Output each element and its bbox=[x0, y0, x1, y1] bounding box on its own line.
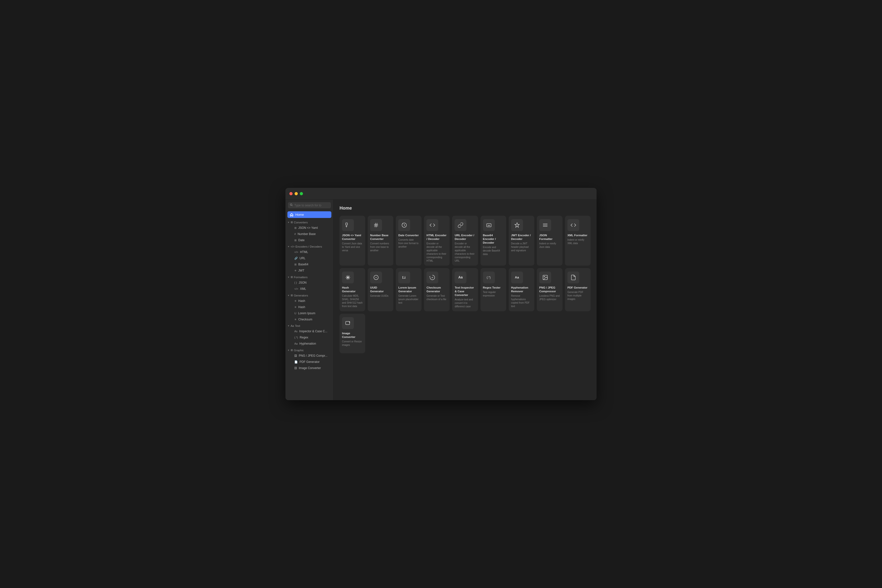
html-icon: </> bbox=[294, 250, 298, 254]
sidebar-item-json-yaml-label: JSON <> Yaml bbox=[298, 226, 318, 230]
sidebar-item-hash2-label: Hash bbox=[298, 305, 305, 309]
sidebar-item-regex[interactable]: (.*) Regex bbox=[287, 334, 332, 340]
tool-card-10[interactable]: UUID GeneratorGenerate UUIDs bbox=[368, 268, 393, 311]
minimize-button[interactable] bbox=[295, 192, 298, 195]
url-icon: 🔗 bbox=[294, 257, 298, 260]
chevron-down-icon-6: ▼ bbox=[287, 349, 290, 351]
sidebar-item-json-formatter[interactable]: { } JSON bbox=[287, 280, 332, 286]
jwt-icon: ✳ bbox=[294, 269, 297, 272]
tool-card-11[interactable]: LiLorem Ipsum GeneratorGenerate Lorem ip… bbox=[396, 268, 422, 311]
sidebar-item-image-converter-label: Image Converter bbox=[299, 366, 321, 370]
tool-card-4[interactable]: URL Encoder / DecoderEncoder or decode a… bbox=[452, 216, 478, 266]
tool-card-13[interactable]: AaText Inspector & Case ConverterAnalyze… bbox=[452, 268, 478, 311]
tool-icon-4 bbox=[454, 219, 466, 231]
maximize-button[interactable] bbox=[300, 192, 303, 195]
sidebar-item-home[interactable]: Home bbox=[287, 211, 332, 218]
tool-card-5[interactable]: 64Base64 Encoder / DecoderEncode and dec… bbox=[480, 216, 506, 266]
sidebar-item-hyphenation[interactable]: Aa Hyphenation bbox=[287, 340, 332, 346]
sidebar-item-json-yaml[interactable]: ⊞ JSON <> Yaml bbox=[287, 225, 332, 231]
close-button[interactable] bbox=[290, 192, 292, 195]
sidebar-item-json-formatter-label: JSON bbox=[298, 281, 306, 284]
sidebar-item-hash-1[interactable]: ✳ Hash bbox=[287, 298, 332, 304]
tool-icon-14: (.*) bbox=[483, 272, 495, 284]
tool-card-18[interactable]: Image ConverterConvert or Resize images bbox=[339, 314, 365, 353]
tool-desc-5: Encode and decode Base64 data bbox=[483, 246, 504, 256]
sidebar-item-image-converter[interactable]: 🖼 Image Converter bbox=[287, 365, 332, 371]
sidebar-item-pdf-generator[interactable]: 📄 PDF Generator bbox=[287, 359, 332, 365]
sidebar-item-url[interactable]: 🔗 URL bbox=[287, 255, 332, 261]
sidebar-group-converters: ▼ ⊞ Converters ⊞ JSON <> Yaml # Number B… bbox=[285, 219, 333, 243]
sidebar-item-jwt[interactable]: ✳ JWT bbox=[287, 268, 332, 273]
tool-card-15[interactable]: AaHyphenation RemoverRemove hyphenations… bbox=[508, 268, 534, 311]
tool-icon-17 bbox=[567, 272, 579, 284]
sidebar-item-html[interactable]: </> HTML bbox=[287, 249, 332, 255]
tool-icon-6 bbox=[511, 219, 523, 231]
sidebar-item-pdf-generator-label: PDF Generator bbox=[300, 360, 320, 364]
tool-desc-3: Encoder or decode all the applicable cha… bbox=[426, 242, 447, 262]
tool-icon-15: Aa bbox=[511, 272, 523, 284]
tool-desc-14: Test reguler expression bbox=[483, 291, 504, 297]
formatters-group-header[interactable]: ▼ ⊞ Formatters bbox=[285, 274, 333, 279]
tool-card-6[interactable]: JWT Encoder / DecoderDecode a JWT header… bbox=[508, 216, 534, 266]
tool-card-0[interactable]: JSON <> Yaml ConverterConvert Json data … bbox=[339, 216, 365, 266]
tool-card-7[interactable]: JSON FormatterIndent or minify Json data bbox=[537, 216, 562, 266]
tool-card-9[interactable]: Hash GeneratorCalculate MD5, SHA1, SHA25… bbox=[339, 268, 365, 311]
sidebar-item-checksum[interactable]: ✳ Checksum bbox=[287, 316, 332, 322]
tool-desc-17: Generate PDF from multiple images bbox=[567, 291, 588, 301]
sidebar-item-png-jpeg[interactable]: 🖼 PNG / JPEG Compr... bbox=[287, 353, 332, 358]
sidebar-item-xml-formatter-label: XML bbox=[300, 287, 306, 291]
tool-name-13: Text Inspector & Case Converter bbox=[454, 286, 476, 297]
tool-name-9: Hash Generator bbox=[342, 286, 363, 293]
sidebar-item-lorem-ipsum[interactable]: U Lorem Ipsum bbox=[287, 310, 332, 316]
generators-group-header[interactable]: ▼ ⊞ Generators bbox=[285, 292, 333, 298]
sidebar-item-html-label: HTML bbox=[300, 250, 308, 254]
graphic-group-header[interactable]: ▼ ⊞ Graphic bbox=[285, 347, 333, 352]
tool-desc-18: Convert or Resize images bbox=[342, 340, 363, 347]
sidebar-item-date[interactable]: ⊞ Date bbox=[287, 237, 332, 243]
sidebar-item-hash-2[interactable]: ✳ Hash bbox=[287, 304, 332, 310]
tool-name-7: JSON Formatter bbox=[539, 234, 560, 241]
tool-card-16[interactable]: PNG / JPEG CompressorLossless PNG and JP… bbox=[537, 268, 562, 311]
svg-line-7 bbox=[375, 223, 376, 227]
sidebar-group-generators: ▼ ⊞ Generators ✳ Hash ✳ Hash U Lorem Ips… bbox=[285, 292, 333, 322]
tool-name-4: URL Encoder / Decoder bbox=[454, 234, 476, 241]
formatters-group-label: Formatters bbox=[294, 276, 308, 279]
converters-group-header[interactable]: ▼ ⊞ Converters bbox=[285, 219, 333, 225]
tool-card-8[interactable]: XML FormatterIndent or minify XML data bbox=[565, 216, 591, 266]
tool-icon-5: 64 bbox=[483, 219, 495, 231]
encoders-group-header[interactable]: ▼ </> Encoders / Decoders bbox=[285, 244, 333, 249]
chevron-down-icon-5: ▼ bbox=[287, 325, 290, 327]
app-body: Home ▼ ⊞ Converters ⊞ JSON <> Yaml # Num… bbox=[285, 200, 597, 400]
tool-icon-16 bbox=[539, 272, 551, 284]
sidebar-group-text: ▼ Aa Text As Inspector & Case C... (.*) … bbox=[285, 323, 333, 347]
sidebar-item-xml-formatter[interactable]: </> XML bbox=[287, 286, 332, 292]
tool-card-14[interactable]: (.*)Regex TesterTest reguler expression bbox=[480, 268, 506, 311]
tool-card-12[interactable]: Checksum GeneratorGenerate or Test check… bbox=[424, 268, 450, 311]
tool-desc-6: Decode a JWT header playload and signatu… bbox=[511, 242, 532, 252]
svg-point-0 bbox=[290, 204, 292, 206]
sidebar-item-url-label: URL bbox=[300, 256, 306, 260]
graphic-group-icon: ⊞ bbox=[291, 348, 293, 352]
svg-rect-28 bbox=[346, 321, 350, 325]
sidebar-item-number-base[interactable]: # Number Base bbox=[287, 231, 332, 237]
tool-card-3[interactable]: HTML Encoder / DecoderEncoder or decode … bbox=[424, 216, 450, 266]
sidebar-item-inspector[interactable]: As Inspector & Case C... bbox=[287, 328, 332, 334]
svg-line-1 bbox=[292, 206, 292, 206]
sidebar-item-inspector-label: Inspector & Case C... bbox=[299, 330, 327, 333]
search-input[interactable] bbox=[294, 204, 329, 207]
tool-card-1[interactable]: Number Base ConverterConvert numbers fro… bbox=[368, 216, 393, 266]
tool-desc-9: Calculate MD5, SHA1, SHA256 and SHA 512 … bbox=[342, 294, 363, 308]
text-group-header[interactable]: ▼ Aa Text bbox=[285, 323, 333, 328]
converters-group-icon: ⊞ bbox=[291, 220, 293, 224]
svg-point-27 bbox=[544, 276, 545, 277]
chevron-down-icon: ▼ bbox=[287, 221, 290, 224]
svg-text:(.*): (.*) bbox=[487, 276, 490, 279]
tool-icon-13: Aa bbox=[454, 272, 466, 284]
sidebar-item-base64[interactable]: ⊞ Base64 bbox=[287, 261, 332, 267]
tool-card-2[interactable]: Date ConverterConverts date from one for… bbox=[396, 216, 422, 266]
tool-name-17: PDF Generator bbox=[567, 286, 587, 290]
tool-card-17[interactable]: PDF GeneratorGenerate PDF from multiple … bbox=[565, 268, 591, 311]
graphic-group-label: Graphic bbox=[294, 349, 304, 352]
tool-icon-9 bbox=[342, 272, 354, 284]
tool-desc-16: Lossless PNG and JPEG optimizer bbox=[539, 294, 560, 301]
